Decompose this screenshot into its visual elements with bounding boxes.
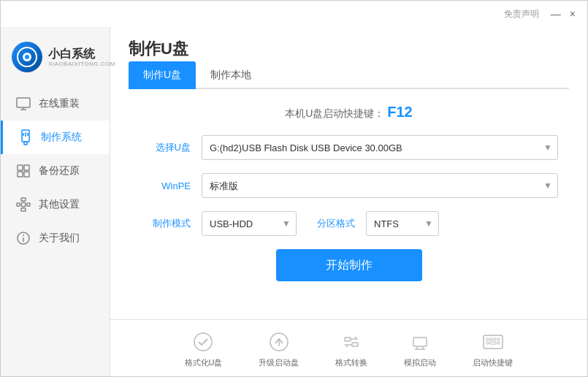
upload-icon (267, 330, 291, 354)
disclaimer-link[interactable]: 免责声明 (504, 8, 539, 20)
sidebar: 小白系统 XIAOBAIXITONG.COM 在线重装 (1, 27, 110, 377)
usb-icon (18, 129, 34, 145)
content-header: 制作U盘 (110, 27, 587, 60)
shortcut-hint: 本机U盘启动快捷键： F12 (140, 104, 558, 121)
usb-select[interactable]: G:(hd2)USB Flash Disk USB Device 30.00GB (202, 135, 558, 160)
svg-point-22 (23, 235, 24, 236)
svg-rect-28 (413, 338, 427, 346)
info-icon (15, 230, 31, 246)
svg-rect-35 (494, 338, 496, 340)
svg-rect-39 (497, 342, 500, 344)
sidebar-item-backup-restore[interactable]: 备份还原 (1, 154, 110, 188)
sidebar-item-online-reinstall-label: 在线重装 (39, 97, 80, 110)
tab-make-local[interactable]: 制作本地 (196, 61, 266, 89)
logo-text: 小白系统 XIAOBAIXITONG.COM (48, 47, 115, 67)
svg-rect-26 (345, 338, 351, 341)
winpe-select-row: WinPE 标准版 ▼ (140, 173, 558, 198)
bottom-toolbar: 格式化U盘 升级启动盘 (110, 319, 587, 377)
svg-rect-12 (24, 165, 29, 170)
toolbar-simulate-boot[interactable]: 模拟启动 (404, 330, 436, 368)
partition-select-wrapper: NTFS ▼ (366, 211, 439, 236)
svg-rect-17 (17, 203, 20, 206)
toolbar-simulate-boot-label: 模拟启动 (404, 357, 436, 368)
shortcut-hint-text: 本机U盘启动快捷键： (285, 107, 384, 119)
toolbar-upgrade-boot[interactable]: 升级启动盘 (259, 330, 299, 368)
mode-select[interactable]: USB-HDD (202, 211, 297, 236)
logo-icon (12, 42, 42, 72)
logo-sub-text: XIAOBAIXITONG.COM (48, 61, 115, 67)
start-make-button[interactable]: 开始制作 (276, 249, 422, 281)
winpe-label: WinPE (140, 180, 191, 191)
sidebar-item-make-system[interactable]: 制作系统 (1, 121, 110, 154)
svg-rect-15 (21, 198, 26, 201)
mode-partition-row: 制作模式 USB-HDD ▼ 分区格式 NTFS ▼ (140, 211, 558, 236)
convert-icon (340, 330, 363, 354)
keyboard-icon (481, 330, 505, 354)
sidebar-item-other-settings[interactable]: 其他设置 (1, 188, 110, 221)
page-title: 制作U盘 (129, 38, 188, 60)
partition-label: 分区格式 (308, 217, 355, 230)
sidebar-item-online-reinstall[interactable]: 在线重装 (1, 87, 110, 121)
usb-select-wrapper: G:(hd2)USB Flash Disk USB Device 30.00GB… (202, 135, 558, 160)
titlebar: 免责声明 — × (1, 1, 587, 27)
winpe-select-wrapper: 标准版 ▼ (202, 173, 558, 198)
svg-rect-14 (24, 172, 29, 177)
toolbar-boot-shortcut-label: 启动快捷键 (473, 357, 513, 368)
toolbar-upgrade-boot-label: 升级启动盘 (259, 357, 299, 368)
sidebar-item-make-system-label: 制作系统 (41, 131, 82, 144)
svg-rect-37 (486, 342, 489, 344)
svg-point-2 (25, 55, 29, 59)
toolbar-format-convert-label: 格式转换 (335, 357, 367, 368)
mode-label: 制作模式 (140, 217, 191, 230)
monitor-icon (15, 96, 31, 112)
svg-rect-11 (18, 165, 23, 170)
toolbar-boot-shortcut[interactable]: 启动快捷键 (473, 330, 513, 368)
form-area: 本机U盘启动快捷键： F12 选择U盘 G:(hd2)USB Flash Dis… (110, 89, 587, 319)
toolbar-format-usb[interactable]: 格式化U盘 (185, 330, 223, 368)
svg-rect-3 (17, 98, 30, 107)
tab-make-usb[interactable]: 制作U盘 (129, 61, 196, 89)
tabs-bar: 制作U盘 制作本地 (129, 60, 569, 89)
sidebar-item-about-us-label: 关于我们 (39, 232, 80, 245)
partition-select[interactable]: NTFS (366, 211, 439, 236)
svg-rect-36 (497, 338, 500, 340)
svg-rect-16 (21, 208, 26, 211)
minimize-button[interactable]: — (546, 7, 565, 21)
toolbar-format-usb-label: 格式化U盘 (185, 357, 223, 368)
svg-point-23 (194, 333, 212, 351)
svg-rect-7 (24, 142, 27, 145)
toolbar-format-convert[interactable]: 格式转换 (335, 330, 367, 368)
svg-point-19 (21, 202, 26, 207)
logo-main-text: 小白系统 (48, 47, 115, 61)
svg-rect-27 (352, 343, 358, 346)
check-circle-icon (191, 330, 215, 354)
close-button[interactable]: × (565, 7, 580, 21)
mode-select-wrapper: USB-HDD ▼ (202, 211, 297, 236)
svg-rect-34 (490, 338, 492, 340)
usb-select-row: 选择U盘 G:(hd2)USB Flash Disk USB Device 30… (140, 135, 558, 160)
svg-rect-18 (27, 203, 30, 206)
svg-rect-13 (18, 172, 23, 177)
sidebar-item-backup-restore-label: 备份还原 (39, 164, 80, 178)
settings-icon (15, 197, 31, 213)
main-layout: 小白系统 XIAOBAIXITONG.COM 在线重装 (1, 27, 587, 377)
sidebar-item-other-settings-label: 其他设置 (39, 198, 80, 211)
logo-area: 小白系统 XIAOBAIXITONG.COM (1, 34, 110, 87)
winpe-select[interactable]: 标准版 (202, 173, 558, 198)
usb-label: 选择U盘 (140, 141, 191, 154)
content-area: 制作U盘 制作U盘 制作本地 本机U盘启动快捷键： F12 选择U盘 G:(hd… (110, 27, 587, 377)
simulate-icon (408, 330, 432, 354)
svg-rect-38 (490, 342, 496, 344)
backup-icon (15, 163, 31, 179)
shortcut-key-value: F12 (387, 104, 412, 120)
sidebar-item-about-us[interactable]: 关于我们 (1, 221, 110, 255)
svg-rect-33 (486, 338, 489, 340)
